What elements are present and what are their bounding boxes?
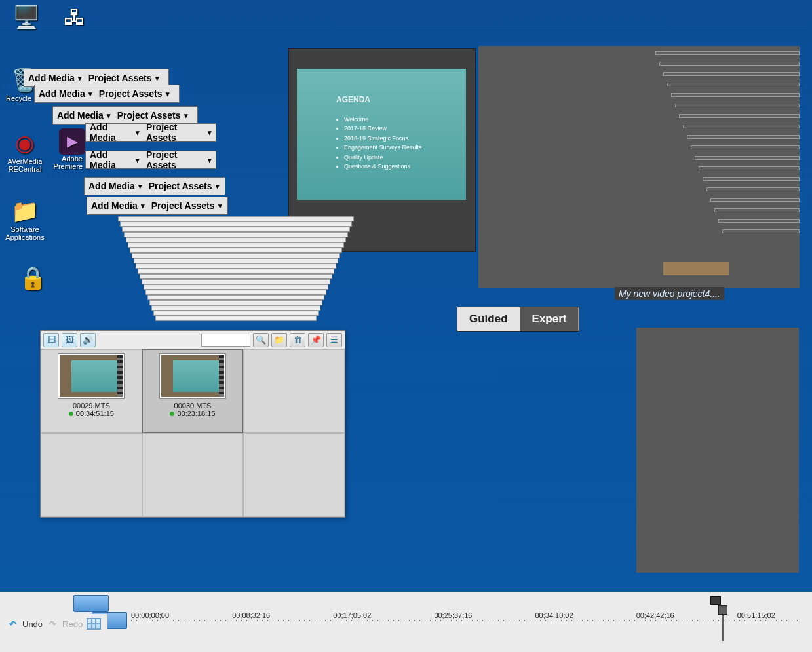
ruler-tick: 00;00;00;00 [131,611,169,619]
project-assets-button[interactable]: Project Assets [117,110,188,121]
asset-empty-cell [243,349,345,433]
panel-artifact [663,72,800,76]
add-media-bar[interactable]: Add Media Project Assets [85,123,216,142]
tab-guided[interactable]: Guided [457,307,520,331]
panel-artifact [149,300,322,305]
panel-artifact [142,279,330,284]
project-assets-button[interactable]: Project Assets [88,73,159,83]
panel-artifact [128,242,344,248]
panel-artifact [118,216,354,221]
project-assets-button[interactable]: Project Assets [146,122,212,143]
panel-artifact [126,237,346,242]
desktop-icon-computer[interactable]: 🖥️ [3,3,50,31]
panel-artifact [695,156,800,160]
asset-empty-cell [41,433,142,517]
avermedia-icon: ◉ [10,128,39,157]
timeline-playhead[interactable] [718,605,727,641]
filter-video-button[interactable]: 🎞 [43,333,59,347]
delete-button[interactable]: 🗑 [290,333,305,347]
search-button[interactable]: 🔍 [253,333,269,347]
add-media-bar[interactable]: Add Media Project Assets [34,85,180,103]
timeline-grid-view-button[interactable] [87,618,101,630]
filter-image-button[interactable]: 🖼 [62,333,77,347]
ruler-tick: 00;34;10;02 [535,611,573,619]
add-media-button[interactable]: Add Media [90,149,140,170]
panel-artifact [636,328,799,573]
panel-artifact [130,248,342,253]
clip-thumbnail [160,354,225,398]
add-media-bar[interactable]: Add Media Project Assets [84,177,225,195]
panel-artifact [134,258,338,263]
panel-artifact [144,284,328,290]
filter-audio-button[interactable]: 🔊 [80,333,96,347]
ruler-tick: 00;17;05;02 [333,611,371,619]
tab-expert[interactable]: Expert [520,307,579,331]
agenda-item: Engagement Surveys Results [344,143,459,152]
add-media-button[interactable]: Add Media [57,110,111,121]
project-assets-panel: 🎞 🖼 🔊 🔍 📁 🗑 📌 ☰ 00029.MTS 00:34:51:15 00… [40,330,345,518]
project-assets-button[interactable]: Project Assets [99,88,170,99]
panel-artifact [122,227,350,232]
asset-clip[interactable]: 00029.MTS 00:34:51:15 [41,349,142,433]
clip-name: 00030.MTS [174,402,212,410]
speaker-icon: 🔊 [83,335,93,345]
adobe-premiere-icon: ▶ [59,128,85,155]
add-media-button[interactable]: Add Media [90,122,140,143]
desktop-icon-software-apps[interactable]: 📁 Software Applications [1,197,48,241]
status-dot-icon [170,412,174,416]
clip-duration: 00:23:18:15 [170,410,215,417]
agenda-item: Welcome [344,115,459,124]
agenda-item: 2017-18 Review [344,124,459,133]
pin-button[interactable]: 📌 [308,333,324,347]
assets-grid: 00029.MTS 00:34:51:15 00030.MTS 00:23:18… [41,349,345,517]
panel-artifact [683,125,800,128]
project-assets-button[interactable]: Project Assets [151,201,222,211]
panel-artifact [710,198,800,202]
redo-button[interactable]: ↷ Redo [47,618,83,630]
add-media-button[interactable]: Add Media [88,181,142,191]
desktop-icon-network[interactable]: 🖧 [51,3,98,31]
add-media-bar[interactable]: Add Media Project Assets [87,197,228,215]
panel-artifact [722,229,800,233]
panel-artifact [136,263,336,269]
project-assets-button[interactable]: Project Assets [146,149,212,170]
new-folder-button[interactable]: 📁 [271,333,287,347]
panel-artifact [132,253,340,258]
project-title: My new video project4.... [615,287,724,300]
panel-artifact [153,311,319,316]
panel-artifact [679,114,800,118]
clip-thumbnail [58,354,124,398]
image-icon: 🖼 [66,335,74,345]
agenda-item: Quality Update [344,153,459,162]
timeline-clip[interactable] [73,595,109,612]
timeline-panel: ↶ Undo ↷ Redo 00;00;00;00 00;08;32;16 00… [0,592,812,652]
panel-artifact [703,177,800,181]
panel-artifact [151,305,320,311]
panel-artifact [155,316,317,321]
software-apps-icon: 📁 [10,197,39,225]
undo-redo-bar: ↶ Undo ↷ Redo [0,614,107,634]
slide-preview: AGENDA Welcome 2017-18 Review 2018-19 St… [297,69,466,200]
panel-artifact [699,166,800,170]
pin-icon: 📌 [311,335,321,345]
panel-artifact [663,262,729,275]
timeline-marker[interactable] [710,596,721,605]
panel-artifact [659,62,800,66]
panel-artifact [691,145,800,149]
ruler-tick: 00;08;32;16 [232,611,270,619]
filmstrip-icon: 🎞 [47,335,56,345]
panel-menu-button[interactable]: ☰ [326,333,342,347]
add-media-button[interactable]: Add Media [39,88,92,99]
assets-search-input[interactable] [201,334,250,347]
clip-name: 00029.MTS [73,402,110,410]
project-assets-button[interactable]: Project Assets [149,181,220,191]
add-media-button[interactable]: Add Media [91,201,145,211]
trash-icon: 🗑 [294,335,302,345]
desktop-icon-lock[interactable]: 🔒 [9,263,56,292]
add-media-button[interactable]: Add Media [28,73,82,83]
computer-icon: 🖥️ [12,3,41,31]
desktop-icon-avermedia[interactable]: ◉ AVerMedia RECentral [1,128,48,173]
asset-clip[interactable]: 00030.MTS 00:23:18:15 [142,349,244,433]
undo-button[interactable]: ↶ Undo [7,618,43,630]
add-media-bar[interactable]: Add Media Project Assets [85,151,216,169]
